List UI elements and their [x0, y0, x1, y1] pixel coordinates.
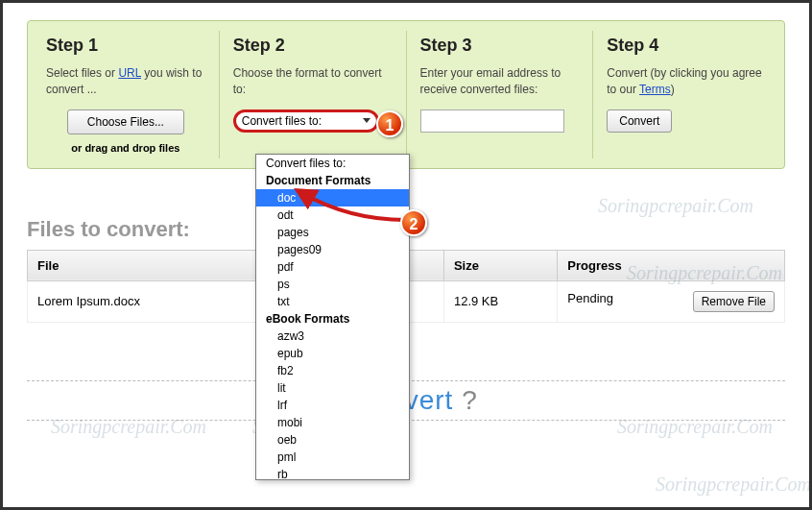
dropdown-item-pages09[interactable]: pages09 — [256, 241, 409, 258]
dropdown-item-odt[interactable]: odt — [256, 206, 409, 224]
step-3: Step 3 Enter your email address to recei… — [407, 31, 594, 158]
dropdown-item-oeb[interactable]: oeb — [256, 431, 409, 449]
step-2-title: Step 2 — [233, 36, 393, 56]
cell-progress: Pending Remove File — [558, 280, 785, 322]
step-4: Step 4 Convert (by clicking you agree to… — [593, 31, 779, 158]
format-select-label: Convert files to: — [242, 114, 322, 128]
step-3-title: Step 3 — [420, 36, 580, 56]
dropdown-group-ebook: eBook Formats — [256, 310, 409, 328]
watermark: Soringpcrepair.Com — [656, 474, 811, 496]
dropdown-item-doc[interactable]: doc — [256, 189, 409, 206]
dropdown-item-pages[interactable]: pages — [256, 224, 409, 241]
dropdown-item-lit[interactable]: lit — [256, 379, 409, 397]
remove-file-button[interactable]: Remove File — [693, 291, 775, 312]
dropdown-item-pdf[interactable]: pdf — [256, 258, 409, 276]
step-1: Step 1 Select files or URL you wish to c… — [33, 31, 220, 158]
dropdown-item-azw3[interactable]: azw3 — [256, 328, 409, 345]
dropdown-item-txt[interactable]: txt — [256, 293, 409, 310]
watermark: Soringpcrepair.Com — [598, 195, 753, 217]
dropdown-group-document: Document Formats — [256, 172, 409, 189]
step-4-title: Step 4 — [607, 36, 766, 56]
step-1-desc: Select files or URL you wish to convert … — [46, 65, 205, 98]
url-link[interactable]: URL — [118, 66, 141, 80]
steps-container: Step 1 Select files or URL you wish to c… — [27, 20, 785, 169]
dropdown-item-epub[interactable]: epub — [256, 345, 409, 362]
callout-2: 2 — [400, 209, 427, 236]
terms-link[interactable]: Terms — [639, 83, 671, 96]
format-select[interactable]: Convert files to: — [233, 109, 379, 133]
cell-size: 12.9 KB — [443, 280, 557, 322]
step-2: Step 2 Choose the format to convert to: … — [220, 31, 407, 158]
dropdown-top[interactable]: Convert files to: — [256, 155, 409, 172]
callout-1: 1 — [376, 110, 403, 137]
dropdown-item-lrf[interactable]: lrf — [256, 397, 409, 414]
step-1-title: Step 1 — [46, 36, 205, 56]
dropdown-item-mobi[interactable]: mobi — [256, 414, 409, 431]
format-dropdown[interactable]: Convert files to: Document Formats docod… — [255, 154, 410, 480]
email-field[interactable] — [420, 109, 564, 133]
col-size: Size — [443, 250, 557, 280]
dropdown-item-ps[interactable]: ps — [256, 276, 409, 293]
col-progress: Progress — [558, 250, 785, 280]
convert-button[interactable]: Convert — [607, 109, 672, 133]
step-4-desc: Convert (by clicking you agree to our Te… — [607, 65, 766, 98]
step-2-desc: Choose the format to convert to: — [233, 65, 393, 98]
step-3-desc: Enter your email address to receive conv… — [420, 65, 580, 98]
dropdown-item-fb2[interactable]: fb2 — [256, 362, 409, 379]
dropdown-item-rb[interactable]: rb — [256, 466, 409, 480]
dropdown-item-pml[interactable]: pml — [256, 449, 409, 466]
drag-drop-note: or drag and drop files — [46, 142, 205, 154]
choose-files-button[interactable]: Choose Files... — [67, 109, 184, 134]
chevron-down-icon — [363, 118, 370, 123]
